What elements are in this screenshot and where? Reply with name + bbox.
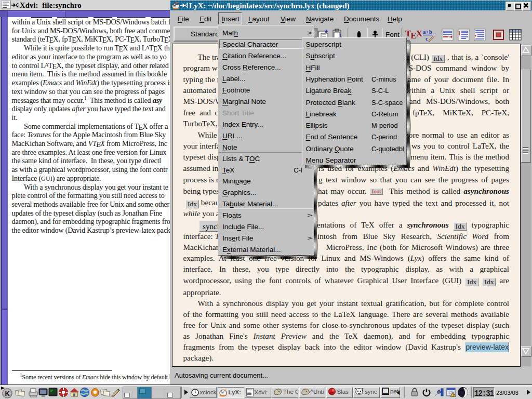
svg-text:a+b: a+b xyxy=(423,29,432,35)
svg-text:K: K xyxy=(5,390,10,397)
svg-text:!: ! xyxy=(453,393,454,397)
svg-text:c: c xyxy=(425,35,428,42)
